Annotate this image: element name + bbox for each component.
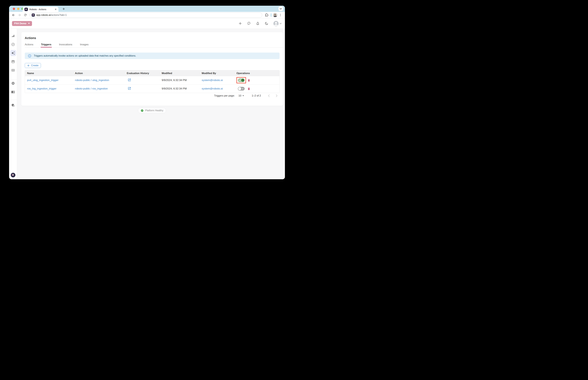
sidebar-divider: [9, 100, 17, 100]
chevron-down-icon: [28, 23, 30, 24]
user-menu[interactable]: [273, 21, 282, 26]
dash-icon: [242, 89, 243, 89]
add-button[interactable]: [238, 21, 242, 25]
chevron-down-icon: [280, 23, 282, 24]
notifications-bell-icon[interactable]: [256, 21, 260, 25]
evaluation-history-external-link-icon[interactable]: [128, 87, 131, 91]
browser-window: R Roboto - Actions ✕ R app.roboto.ai/act…: [9, 6, 285, 179]
sidebar-item-analytics[interactable]: [10, 33, 16, 39]
info-banner: Triggers automatically invoke actions on…: [25, 53, 280, 59]
extensions-icon[interactable]: [264, 12, 269, 18]
url-text: app.roboto.ai/actions?tab=1: [36, 14, 67, 17]
trigger-name-link[interactable]: px4_ulog_ingestion_trigger: [27, 79, 59, 82]
back-button[interactable]: [11, 12, 16, 18]
modified-by-link[interactable]: system@roboto.ai: [202, 87, 223, 90]
page-title: Actions: [25, 36, 283, 40]
table-header: Name Action Evaluation History Modified …: [25, 70, 279, 76]
column-name: Name: [25, 72, 73, 75]
sidebar-divider: [9, 79, 17, 79]
bar-chart-icon: [11, 34, 15, 38]
table-row: ros_log_ingestion_trigger roboto-public …: [25, 85, 279, 93]
profile-theme-bar: [271, 13, 271, 17]
sidebar-item-admin[interactable]: [10, 102, 16, 108]
org-switcher-button[interactable]: PX4 Demo: [12, 21, 32, 26]
compass-icon: [11, 43, 15, 46]
info-icon: [28, 54, 31, 58]
create-button[interactable]: Create: [25, 63, 41, 68]
tab-title: Roboto - Actions: [29, 8, 53, 11]
tab-search-chevron-button[interactable]: [279, 6, 283, 11]
gear-icon: [11, 81, 15, 85]
check-circle-icon: [141, 109, 143, 112]
column-modified-by: Modified By: [200, 72, 234, 75]
page-tabs: Actions Triggers Invocations Images: [25, 43, 283, 47]
chevron-down-icon: [243, 95, 244, 96]
per-page-label: Triggers per page:: [214, 94, 235, 97]
close-tab-icon[interactable]: ✕: [55, 8, 57, 10]
browser-profile-avatar[interactable]: [273, 13, 277, 17]
close-window-button[interactable]: [13, 8, 15, 10]
roboto-favicon-icon: R: [24, 8, 28, 11]
storefront-icon: [11, 60, 15, 63]
trash-icon: [247, 79, 250, 82]
actions-card: Actions Actions Triggers Invocations Ima…: [21, 32, 283, 106]
url-bar[interactable]: R app.roboto.ai/actions?tab=1: [30, 12, 262, 18]
platform-status-badge[interactable]: Platform Healthy: [138, 108, 166, 113]
triggers-table: Name Action Evaluation History Modified …: [25, 70, 280, 93]
window-controls: [13, 8, 24, 10]
app-header: PX4 Demo: [9, 18, 285, 29]
sidebar-item-docs[interactable]: [10, 89, 16, 95]
browser-tab[interactable]: R Roboto - Actions ✕: [23, 7, 59, 12]
minimize-window-button[interactable]: [17, 8, 19, 10]
next-page-button[interactable]: [276, 95, 278, 97]
trigger-enabled-toggle[interactable]: [238, 78, 245, 82]
per-page-select[interactable]: 10: [239, 94, 244, 97]
modified-timestamp: 9/9/2024, 6:32:34 PM: [160, 79, 200, 82]
tab-images[interactable]: Images: [80, 43, 89, 46]
search-icon[interactable]: [247, 21, 251, 25]
trigger-enabled-toggle[interactable]: [238, 87, 245, 91]
tab-invocations[interactable]: Invocations: [59, 43, 72, 46]
shield-person-icon: [11, 103, 15, 107]
action-link[interactable]: roboto-public / ros_ingestion: [75, 87, 108, 90]
sidebar-item-marketplace[interactable]: [10, 58, 16, 65]
main-content: Actions Actions Triggers Invocations Ima…: [17, 29, 285, 179]
dark-mode-moon-icon[interactable]: [265, 21, 268, 25]
chevron-right-icon: [276, 95, 278, 97]
delete-trigger-button[interactable]: [247, 87, 250, 90]
sidebar-item-collections[interactable]: [10, 67, 16, 73]
info-banner-text: Triggers automatically invoke actions on…: [34, 55, 136, 57]
tab-triggers[interactable]: Triggers: [41, 43, 51, 46]
plus-icon: [27, 64, 30, 67]
browser-menu-kebab-icon[interactable]: [278, 12, 283, 18]
forward-button[interactable]: [17, 12, 22, 18]
browser-toolbar: R app.roboto.ai/actions?tab=1: [9, 12, 285, 18]
pagination: Triggers per page: 10 1–2 of 2: [214, 94, 278, 97]
trigger-name-link[interactable]: ros_log_ingestion_trigger: [27, 87, 57, 90]
new-tab-button[interactable]: [62, 7, 66, 11]
platform-status-label: Platform Healthy: [145, 109, 163, 112]
reload-button[interactable]: [23, 12, 28, 18]
book-icon: [11, 90, 15, 94]
sidebar-item-explore[interactable]: [10, 41, 16, 47]
check-icon: [239, 79, 241, 81]
chevron-left-icon: [268, 95, 270, 97]
column-modified: Modified: [160, 72, 200, 75]
modified-by-link[interactable]: system@roboto.ai: [202, 79, 223, 82]
column-evaluation-history: Evaluation History: [125, 72, 160, 75]
page-range: 1–2 of 2: [252, 94, 261, 97]
user-avatar: [273, 21, 279, 26]
sidebar: R: [9, 29, 17, 179]
sidebar-item-actions[interactable]: [10, 50, 16, 56]
table-row: px4_ulog_ingestion_trigger roboto-public…: [25, 76, 279, 85]
sparkles-icon: [11, 51, 15, 55]
delete-trigger-button[interactable]: [247, 79, 250, 82]
evaluation-history-external-link-icon[interactable]: [128, 78, 131, 82]
sidebar-item-settings[interactable]: [10, 80, 16, 86]
previous-page-button[interactable]: [268, 95, 270, 97]
card-grid-icon: [11, 68, 15, 72]
roboto-logo[interactable]: R: [11, 173, 15, 177]
action-link[interactable]: roboto-public / ulog_ingestion: [75, 79, 109, 82]
tab-actions[interactable]: Actions: [25, 43, 33, 46]
trash-icon: [247, 87, 250, 90]
